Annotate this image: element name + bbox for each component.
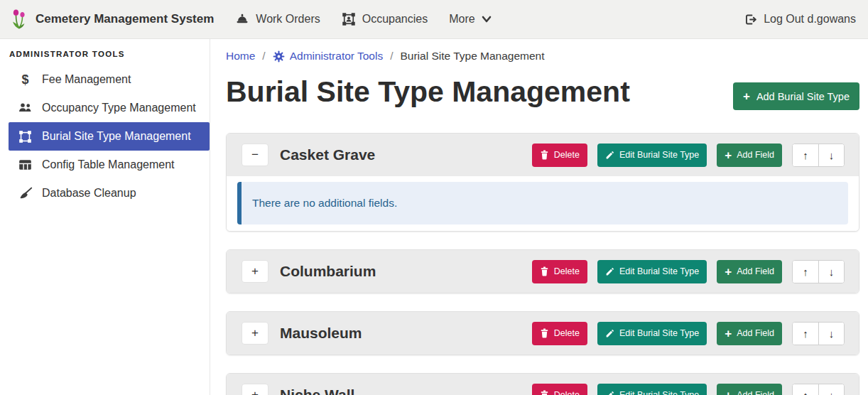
- users-icon: [18, 102, 33, 114]
- hard-hat-icon: [235, 12, 249, 26]
- breadcrumb-admin-tools-link[interactable]: Administrator Tools: [273, 50, 384, 63]
- logout-label: Log Out d.gowans: [764, 13, 856, 26]
- delete-label: Delete: [554, 150, 580, 160]
- reorder-button-group: ↑ ↓: [792, 260, 845, 283]
- nav-links: Work Orders Occupancies More: [235, 12, 491, 26]
- reorder-button-group: ↑ ↓: [792, 322, 845, 345]
- reorder-button-group: ↑ ↓: [792, 384, 845, 395]
- sidebar-item-label: Database Cleanup: [42, 187, 136, 200]
- delete-button[interactable]: Delete: [532, 384, 587, 395]
- pencil-icon: [605, 151, 614, 160]
- delete-button[interactable]: Delete: [532, 322, 587, 345]
- panel-title: Casket Grave: [280, 146, 375, 163]
- sidebar-item-fee-management[interactable]: $ Fee Management: [0, 65, 210, 94]
- move-up-button[interactable]: ↑: [793, 323, 818, 345]
- vector-square-icon: [18, 130, 33, 144]
- pencil-icon: [605, 391, 614, 395]
- edit-burial-site-type-button[interactable]: Edit Burial Site Type: [597, 322, 707, 345]
- move-up-button[interactable]: ↑: [793, 261, 818, 283]
- page-header: Burial Site Type Management + Add Burial…: [226, 72, 859, 111]
- trash-icon: [540, 266, 549, 276]
- edit-label: Edit Burial Site Type: [619, 328, 699, 338]
- add-field-button[interactable]: + Add Field: [717, 260, 782, 283]
- move-down-button[interactable]: ↓: [818, 384, 844, 395]
- main-content: Home /: [210, 39, 868, 395]
- breadcrumb-separator: /: [262, 50, 265, 63]
- sidebar-item-burial-site-type-management[interactable]: Burial Site Type Management: [9, 122, 210, 151]
- breadcrumb-separator: /: [390, 50, 393, 63]
- edit-label: Edit Burial Site Type: [619, 266, 699, 276]
- panel-casket-grave: − Casket Grave Delete: [226, 133, 859, 232]
- sidebar-item-occupancy-type-management[interactable]: Occupancy Type Management: [0, 94, 210, 122]
- add-field-label: Add Field: [737, 150, 774, 160]
- breadcrumb-home-link[interactable]: Home: [226, 50, 255, 63]
- page-layout: ADMINISTRATOR TOOLS $ Fee Management Occ…: [0, 39, 868, 395]
- brand-title: Cemetery Management System: [36, 12, 214, 26]
- add-field-button[interactable]: + Add Field: [717, 322, 782, 345]
- nav-item-label: Occupancies: [362, 13, 428, 26]
- pencil-icon: [605, 267, 614, 276]
- plus-icon: +: [725, 328, 732, 340]
- sidebar-section-title: ADMINISTRATOR TOOLS: [9, 50, 210, 58]
- panel-title: Mausoleum: [280, 325, 362, 342]
- logout-button[interactable]: Log Out d.gowans: [744, 13, 856, 26]
- expand-toggle-button[interactable]: +: [242, 260, 268, 283]
- page-title: Burial Site Type Management: [226, 72, 630, 111]
- nav-item-occupancies[interactable]: Occupancies: [342, 12, 428, 26]
- panel-header: + Niche Wall Delete: [227, 374, 859, 395]
- breadcrumb: Home /: [226, 50, 859, 63]
- add-field-label: Add Field: [737, 266, 774, 276]
- edit-burial-site-type-button[interactable]: Edit Burial Site Type: [597, 260, 707, 283]
- edit-label: Edit Burial Site Type: [619, 390, 699, 395]
- plus-icon: +: [743, 90, 750, 102]
- add-field-button[interactable]: + Add Field: [717, 384, 782, 395]
- panel-title: Columbarium: [280, 263, 376, 280]
- move-up-button[interactable]: ↑: [793, 144, 818, 166]
- burial-site-type-list: − Casket Grave Delete: [226, 133, 859, 395]
- add-burial-site-type-label: Add Burial Site Type: [756, 91, 850, 102]
- nav-item-work-orders[interactable]: Work Orders: [235, 12, 320, 26]
- delete-label: Delete: [554, 390, 580, 395]
- move-down-button[interactable]: ↓: [818, 261, 844, 283]
- delete-label: Delete: [554, 328, 580, 338]
- panel-title: Niche Wall: [280, 386, 354, 395]
- plus-icon: +: [725, 389, 732, 395]
- panel-body: There are no additional fields.: [227, 176, 859, 231]
- plus-icon: +: [725, 149, 732, 161]
- collapse-toggle-button[interactable]: −: [242, 144, 268, 166]
- breadcrumb-label: Administrator Tools: [290, 50, 384, 63]
- panel-mausoleum: + Mausoleum Delete: [226, 311, 859, 355]
- nav-item-more[interactable]: More: [449, 13, 491, 26]
- panel-header: + Columbarium Delete: [227, 250, 859, 293]
- pencil-icon: [605, 329, 614, 338]
- edit-burial-site-type-button[interactable]: Edit Burial Site Type: [597, 144, 707, 167]
- move-up-button[interactable]: ↑: [793, 384, 818, 395]
- move-down-button[interactable]: ↓: [818, 144, 844, 166]
- nav-item-label: Work Orders: [256, 13, 320, 26]
- edit-burial-site-type-button[interactable]: Edit Burial Site Type: [597, 384, 707, 395]
- delete-button[interactable]: Delete: [532, 260, 587, 283]
- brand[interactable]: Cemetery Management System: [10, 9, 214, 30]
- panel-columbarium: + Columbarium Delete: [226, 249, 859, 293]
- nav-item-label: More: [449, 13, 474, 26]
- trash-icon: [540, 390, 549, 395]
- add-field-label: Add Field: [737, 390, 774, 395]
- expand-toggle-button[interactable]: +: [242, 384, 268, 395]
- sidebar: ADMINISTRATOR TOOLS $ Fee Management Occ…: [0, 39, 210, 395]
- sidebar-item-label: Config Table Management: [42, 158, 175, 171]
- expand-toggle-button[interactable]: +: [242, 322, 268, 345]
- sidebar-item-config-table-management[interactable]: Config Table Management: [0, 151, 210, 179]
- sidebar-item-database-cleanup[interactable]: Database Cleanup: [0, 179, 210, 207]
- delete-button[interactable]: Delete: [532, 144, 587, 167]
- move-down-button[interactable]: ↓: [818, 323, 844, 345]
- breadcrumb-label: Home: [226, 50, 255, 63]
- add-field-button[interactable]: + Add Field: [717, 144, 782, 167]
- add-field-label: Add Field: [737, 328, 774, 338]
- panel-header: − Casket Grave Delete: [227, 134, 859, 176]
- plus-icon: +: [725, 266, 732, 278]
- chevron-down-icon: [482, 15, 492, 23]
- top-navbar: Cemetery Management System Work Orders: [0, 0, 868, 39]
- sidebar-item-label: Occupancy Type Management: [42, 102, 196, 114]
- add-burial-site-type-button[interactable]: + Add Burial Site Type: [733, 82, 859, 110]
- panel-header: + Mausoleum Delete: [227, 312, 859, 355]
